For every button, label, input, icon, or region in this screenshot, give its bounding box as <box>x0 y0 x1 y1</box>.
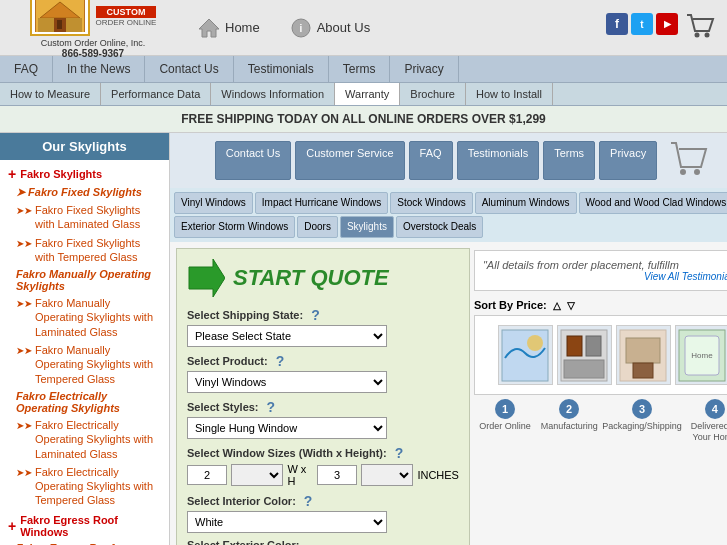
product-thumb-3[interactable] <box>616 325 671 385</box>
sidebar-sub-manual[interactable]: Fakro Manually Operating Skylights <box>0 266 169 294</box>
vinyl-windows-nav[interactable]: Vinyl Windows <box>174 192 253 214</box>
performance-data-nav[interactable]: Performance Data <box>101 83 211 105</box>
svg-rect-3 <box>57 20 62 29</box>
news-nav[interactable]: In the News <box>53 56 145 82</box>
hurricane-windows-nav[interactable]: Impact Hurricane Windows <box>255 192 388 214</box>
width-unit-select[interactable] <box>231 464 283 486</box>
svg-point-9 <box>695 33 700 38</box>
cart-icon-inner[interactable] <box>669 141 709 177</box>
inner-navigation: Contact Us Customer Service FAQ Testimon… <box>170 133 727 188</box>
how-to-install-nav[interactable]: How to Install <box>466 83 553 105</box>
sidebar-sub-electric[interactable]: Fakro Electrically Operating Skylights <box>0 388 169 416</box>
skylights-nav[interactable]: Skylights <box>340 216 394 238</box>
about-icon: i <box>290 18 312 38</box>
shipping-banner: FREE SHIPPING TODAY ON ALL ONLINE ORDERS… <box>0 106 727 133</box>
sort-asc-icon[interactable]: △ <box>553 300 561 311</box>
inner-contact-btn[interactable]: Contact Us <box>215 141 291 180</box>
testimonial-text: "All details from order placement, fulfi… <box>483 259 679 271</box>
width-input[interactable] <box>187 465 227 485</box>
help-icon[interactable]: ? <box>311 307 320 323</box>
steps-row: 1 Order Online 2 Manufacturing 3 Packagi… <box>474 399 727 443</box>
inner-testimonials-btn[interactable]: Testimonials <box>457 141 540 180</box>
product-thumb-1[interactable] <box>498 325 553 385</box>
terms-nav[interactable]: Terms <box>329 56 391 82</box>
interior-color-select[interactable]: White <box>187 511 387 533</box>
privacy-nav[interactable]: Privacy <box>390 56 458 82</box>
help-icon[interactable]: ? <box>267 399 276 415</box>
step-label-1: Order Online <box>474 421 536 432</box>
quote-header: START QUOTE <box>187 259 459 297</box>
testimonials-nav[interactable]: Testimonials <box>234 56 329 82</box>
contact-nav[interactable]: Contact Us <box>145 56 233 82</box>
arrow-icon: ➤➤ <box>16 466 32 479</box>
wood-windows-nav[interactable]: Wood and Wood Clad Windows <box>579 192 728 214</box>
product-select[interactable]: Vinyl Windows <box>187 371 387 393</box>
sidebar-item-fixed-tempered[interactable]: ➤➤ Fakro Fixed Skylights with Tempered G… <box>0 234 169 267</box>
brochure-nav[interactable]: Brochure <box>400 83 466 105</box>
view-all-link[interactable]: View All Testimonials <box>483 271 727 282</box>
sidebar-item-fixed-laminated[interactable]: ➤➤ Fakro Fixed Skylights with Laminated … <box>0 201 169 234</box>
help-icon[interactable]: ? <box>304 493 313 509</box>
step-number-3: 3 <box>632 399 652 419</box>
sidebar-item-manual-laminated[interactable]: ➤➤ Fakro Manually Operating Skylights wi… <box>0 294 169 341</box>
svg-text:i: i <box>299 23 302 34</box>
secondary-navigation: FAQ In the News Contact Us Testimonials … <box>0 56 727 83</box>
product-thumb-2[interactable] <box>557 325 612 385</box>
company-name: Custom Order Online, Inc. <box>41 38 146 48</box>
inner-terms-btn[interactable]: Terms <box>543 141 595 180</box>
size-inputs: W x H INCHES <box>187 463 459 487</box>
warranty-nav[interactable]: Warranty <box>335 83 400 105</box>
exterior-color-label: Select Exterior Color: <box>187 539 459 545</box>
shipping-state-group: Select Shipping State: ? Please Select S… <box>187 307 459 347</box>
how-to-measure-nav[interactable]: How to Measure <box>0 83 101 105</box>
doors-nav[interactable]: Doors <box>297 216 338 238</box>
category-label: Fakro Skylights <box>20 168 102 180</box>
inner-privacy-btn[interactable]: Privacy <box>599 141 657 180</box>
sidebar-item-electric-laminated[interactable]: ➤➤ Fakro Electrically Operating Skylight… <box>0 416 169 463</box>
inner-customer-btn[interactable]: Customer Service <box>295 141 404 180</box>
faq-nav[interactable]: FAQ <box>0 56 53 82</box>
svg-point-10 <box>705 33 710 38</box>
height-unit-select[interactable] <box>361 464 413 486</box>
sidebar-sub-fixed[interactable]: ➤ Fakro Fixed Skylights <box>0 184 169 201</box>
sidebar-category-egress[interactable]: + Fakro Egress Roof Windows <box>0 510 169 540</box>
logo-image <box>30 0 90 36</box>
svg-rect-18 <box>586 336 601 356</box>
help-icon[interactable]: ? <box>395 445 404 461</box>
stock-windows-nav[interactable]: Stock Windows <box>390 192 472 214</box>
item-label: Fakro Manually Operating Skylights with … <box>35 296 161 339</box>
twitter-icon[interactable]: t <box>631 13 653 35</box>
shipping-state-select[interactable]: Please Select State <box>187 325 387 347</box>
storm-windows-nav[interactable]: Exterior Storm Windows <box>174 216 295 238</box>
sidebar-item-electric-tempered[interactable]: ➤➤ Fakro Electrically Operating Skylight… <box>0 463 169 510</box>
sidebar-item-manual-tempered[interactable]: ➤➤ Fakro Manually Operating Skylights wi… <box>0 341 169 388</box>
sort-desc-icon[interactable]: ▽ <box>567 300 575 311</box>
sidebar-sub-egress-left[interactable]: Fakro Egress Roof Windows - Left Hinged <box>0 540 169 545</box>
cart-icon[interactable] <box>685 13 715 42</box>
shipping-state-label: Select Shipping State: ? <box>187 307 459 323</box>
inner-faq-btn[interactable]: FAQ <box>409 141 453 180</box>
step-label-2: Manufacturing <box>538 421 600 432</box>
styles-label: Select Styles: ? <box>187 399 459 415</box>
facebook-icon[interactable]: f <box>606 13 628 35</box>
aluminum-windows-nav[interactable]: Aluminum Windows <box>475 192 577 214</box>
product-thumb-4[interactable]: Home <box>675 325 727 385</box>
styles-group: Select Styles: ? Single Hung Window <box>187 399 459 439</box>
styles-select[interactable]: Single Hung Window <box>187 417 387 439</box>
testimonial-box: "All details from order placement, fulfi… <box>474 250 727 291</box>
product-image-row: Home <box>474 315 727 395</box>
sidebar: Our Skylights + Fakro Skylights ➤ Fakro … <box>0 133 170 545</box>
height-input[interactable] <box>317 465 357 485</box>
item-label: Fakro Electrically Operating Skylights w… <box>35 465 161 508</box>
about-label: About Us <box>317 20 370 35</box>
home-nav-item[interactable]: Home <box>198 18 260 38</box>
wxh-label: W x H <box>287 463 313 487</box>
youtube-icon[interactable]: ▶ <box>656 13 678 35</box>
about-nav-item[interactable]: i About Us <box>290 18 370 38</box>
overstock-nav[interactable]: Overstock Deals <box>396 216 483 238</box>
home-icon <box>198 18 220 38</box>
step-number-2: 2 <box>559 399 579 419</box>
sidebar-category-fakro-skylights[interactable]: + Fakro Skylights <box>0 162 169 184</box>
help-icon[interactable]: ? <box>276 353 285 369</box>
windows-info-nav[interactable]: Windows Information <box>211 83 335 105</box>
